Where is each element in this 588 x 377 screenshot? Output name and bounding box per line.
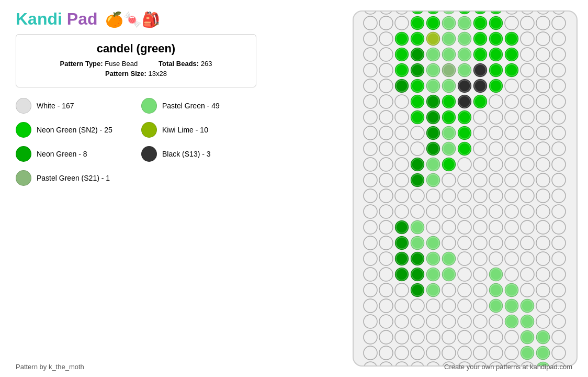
legend-item: Pastel Green - 49 [141, 98, 256, 114]
legend-color-swatch [141, 98, 157, 114]
pattern-grid-container [353, 10, 578, 367]
pattern-size: Pattern Size: 13x28 [105, 70, 167, 77]
legend-label: Kiwi Lime - 10 [162, 126, 208, 134]
pattern-type: Pattern Type: Fuse Bead [60, 60, 138, 68]
info-row-2: Pattern Size: 13x28 [29, 70, 243, 77]
legend-label: Pastel Green (S21) - 1 [37, 174, 110, 182]
legend-item: Pastel Green (S21) - 1 [16, 170, 131, 186]
legend-label: Neon Green - 8 [37, 150, 87, 158]
legend-item: Kiwi Lime - 10 [141, 122, 256, 138]
legend-item: Neon Green (SN2) - 25 [16, 122, 131, 138]
legend-item: Black (S13) - 3 [141, 146, 256, 162]
legend-color-swatch [16, 98, 31, 114]
logo-icons: 🍊🍬🎒 [105, 12, 160, 28]
color-legend: White - 167 Pastel Green - 49 Neon Green… [16, 98, 256, 186]
legend-label: White - 167 [37, 102, 74, 110]
legend-color-swatch [16, 122, 31, 138]
legend-color-swatch [16, 170, 31, 186]
legend-color-swatch [141, 146, 157, 162]
pattern-title: candel (green) [29, 42, 243, 56]
info-row-1: Pattern Type: Fuse Bead Total Beads: 263 [29, 60, 243, 68]
logo-kandi: Kandi [16, 9, 62, 28]
legend-label: Pastel Green - 49 [162, 102, 220, 110]
legend-label: Black (S13) - 3 [162, 150, 211, 158]
legend-color-swatch [141, 122, 157, 138]
legend-item: White - 167 [16, 98, 131, 114]
footer: Pattern by k_the_moth Create your own pa… [16, 363, 572, 371]
legend-item: Neon Green - 8 [16, 146, 131, 162]
total-beads: Total Beads: 263 [159, 60, 212, 68]
legend-label: Neon Green (SN2) - 25 [37, 126, 112, 134]
legend-color-swatch [16, 146, 31, 162]
info-box: candel (green) Pattern Type: Fuse Bead T… [16, 34, 256, 87]
logo-pad: Pad [67, 9, 98, 28]
footer-author: Pattern by k_the_moth [16, 363, 84, 371]
footer-cta: Create your own patterns at kandipad.com [444, 363, 572, 371]
logo: Kandi Pad 🍊🍬🎒 [16, 9, 160, 29]
